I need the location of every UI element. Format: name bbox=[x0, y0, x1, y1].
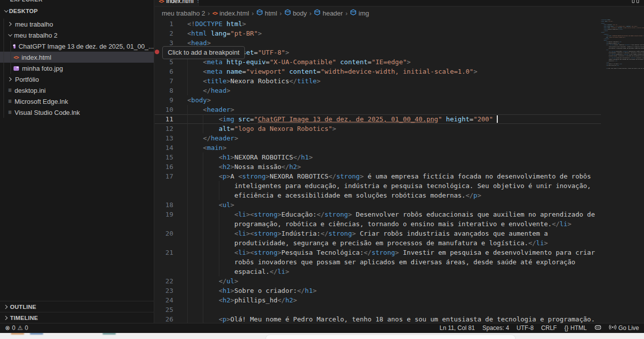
problems-indicator[interactable]: ⊗ 0 ⚠ 0 bbox=[5, 324, 28, 331]
line-number[interactable]: 9 bbox=[155, 95, 187, 105]
line-number[interactable]: 10 bbox=[155, 105, 187, 114]
code-line[interactable]: </head> bbox=[187, 86, 230, 95]
code-line[interactable]: <html lang="pt-BR"> bbox=[187, 29, 262, 38]
line-number[interactable]: 20 bbox=[155, 229, 187, 238]
tree-item-index-html[interactable]: <>index.html bbox=[0, 52, 154, 63]
code-line[interactable]: <ul> bbox=[187, 200, 234, 210]
code-line[interactable]: <li><strong>Indústria:</strong> Criar ro… bbox=[187, 229, 548, 238]
status-crlf[interactable]: CRLF bbox=[541, 324, 557, 331]
status-spaces-4[interactable]: Spaces: 4 bbox=[482, 324, 509, 331]
breadcrumb-item-img[interactable]: img bbox=[350, 9, 369, 17]
indent-guide bbox=[219, 191, 219, 200]
indent-guide bbox=[203, 191, 203, 200]
indent-guide bbox=[187, 305, 188, 314]
tree-item-meu-trabalho-2[interactable]: meu trabalho 2 bbox=[0, 30, 154, 41]
line-number[interactable]: 16 bbox=[155, 162, 187, 172]
line-number[interactable]: 21 bbox=[155, 248, 187, 257]
line-number[interactable]: 22 bbox=[155, 276, 187, 286]
tree-item-desktop-ini[interactable]: ≡desktop.ini bbox=[0, 85, 154, 96]
line-number[interactable]: 18 bbox=[155, 200, 187, 210]
code-line[interactable]: <li><strong>Pesquisa Tecnológica:</stron… bbox=[187, 248, 595, 257]
tree-item-label: meu trabalho 2 bbox=[14, 32, 58, 39]
line-number[interactable]: 15 bbox=[155, 152, 187, 162]
breadcrumb-item-html[interactable]: html bbox=[256, 9, 277, 17]
indent-guide bbox=[219, 248, 219, 257]
code-line[interactable]: <h2>phillips_hd</h2> bbox=[187, 295, 297, 305]
line-number[interactable]: 8 bbox=[155, 86, 187, 95]
line-number[interactable]: 23 bbox=[155, 286, 187, 295]
line-number[interactable]: 13 bbox=[155, 133, 187, 143]
tree-item-chatgpt-image-13-de-dez-de-2025-01-00-[interactable]: ChatGPT Image 13 de dez. de 2025, 01_00_… bbox=[0, 41, 154, 52]
tree-item-microsoft-edge-lnk[interactable]: ≡Microsoft Edge.lnk bbox=[0, 96, 154, 107]
line-number[interactable] bbox=[155, 191, 187, 200]
tree-item-minha-foto-jpg[interactable]: minha foto.jpg bbox=[0, 63, 154, 74]
line-number[interactable]: 1 bbox=[155, 19, 187, 29]
code-line[interactable]: <li><strong>Educação:</strong> Desenvolv… bbox=[187, 210, 595, 219]
line-number[interactable]: 19 bbox=[155, 210, 187, 219]
code-line[interactable]: <header> bbox=[187, 105, 234, 114]
breadcrumb-item-header[interactable]: header bbox=[314, 9, 343, 17]
code-line[interactable]: <title>Nexora Robotics</title> bbox=[187, 76, 320, 86]
code-line[interactable]: <h1>Sobre o criador:</h1> bbox=[187, 286, 316, 295]
line-number[interactable]: 2 bbox=[155, 29, 187, 38]
line-number[interactable]: 6 bbox=[155, 67, 187, 76]
code-line[interactable]: alt="logo da Nexora Robotics"> bbox=[187, 124, 336, 133]
tree-item-visual-studio-code-lnk[interactable]: ≡Visual Studio Code.lnk bbox=[0, 107, 154, 118]
line-number[interactable]: 25 bbox=[155, 305, 187, 314]
code-line[interactable]: <h1>NEXORA ROBOTICS</h1> bbox=[187, 152, 312, 162]
code-line[interactable]: eficiência e acessibilidade em soluções … bbox=[187, 191, 481, 200]
indent-guide bbox=[187, 219, 188, 229]
section-timeline[interactable]: TIMELINE bbox=[0, 312, 154, 323]
line-number[interactable] bbox=[155, 238, 187, 248]
html-file-icon: <> bbox=[159, 0, 164, 4]
code-line[interactable]: <img src="ChatGPT Image 13 de dez. de 20… bbox=[187, 114, 498, 124]
tree-item-label: minha foto.jpg bbox=[22, 65, 63, 72]
minimap[interactable]: <!DOCTYPE html><html lang="pt-BR"><head>… bbox=[601, 19, 644, 84]
line-number[interactable] bbox=[155, 181, 187, 191]
line-number[interactable]: 24 bbox=[155, 295, 187, 305]
code-area[interactable]: 1<!DOCTYPE html>2<html lang="pt-BR">3<he… bbox=[155, 19, 601, 324]
status-go-live[interactable]: Go Live bbox=[609, 324, 639, 331]
file-tree: meu trabalhomeu trabalho 2ChatGPT Image … bbox=[0, 17, 154, 118]
status-utf-8[interactable]: UTF-8 bbox=[517, 324, 534, 331]
tab-index-html[interactable]: <> index.html × bbox=[155, 0, 199, 6]
code-line[interactable]: </ul> bbox=[187, 276, 238, 286]
tree-item-meu-trabalho[interactable]: meu trabalho bbox=[0, 19, 154, 30]
line-number[interactable]: 12 bbox=[155, 124, 187, 133]
close-icon[interactable]: × bbox=[197, 0, 199, 5]
code-line[interactable]: </header> bbox=[187, 133, 238, 143]
line-number[interactable] bbox=[155, 267, 187, 276]
split-editor-icon[interactable] bbox=[632, 0, 639, 4]
code-line[interactable]: <body> bbox=[187, 95, 211, 105]
line-number[interactable] bbox=[155, 257, 187, 267]
line-number[interactable]: 17 bbox=[155, 172, 187, 181]
tree-item-label: Microsoft Edge.lnk bbox=[15, 98, 68, 105]
indent-guide bbox=[187, 133, 188, 143]
tree-item-portf-lio[interactable]: Portfólio bbox=[0, 74, 154, 85]
code-line[interactable]: <!DOCTYPE html> bbox=[187, 19, 246, 29]
code-line[interactable]: <meta name="viewport" content="width=dev… bbox=[187, 67, 477, 76]
line-number[interactable] bbox=[155, 219, 187, 229]
status-ln-11-col-81[interactable]: Ln 11, Col 81 bbox=[440, 324, 475, 331]
code-line[interactable]: robôs inovadores que possam ser aplicado… bbox=[187, 257, 575, 267]
breadcrumb-item-meu-trabalho-2[interactable]: meu trabalho 2 bbox=[162, 10, 205, 17]
section-outline[interactable]: OUTLINE bbox=[0, 301, 154, 312]
code-line[interactable]: <h2>Nossa missão</h2> bbox=[187, 162, 301, 172]
code-line[interactable]: produtividade, segurança e precisão em p… bbox=[187, 238, 548, 248]
status-copilot[interactable] bbox=[594, 324, 601, 332]
code-line[interactable]: inteligentes para educação, indústria e … bbox=[187, 181, 591, 191]
code-line[interactable]: programação, robótica e ciências, tornan… bbox=[187, 219, 571, 229]
indent-guide bbox=[203, 229, 203, 238]
breakpoint-dot[interactable] bbox=[155, 50, 159, 54]
code-line[interactable]: espacial.</li> bbox=[187, 267, 289, 276]
code-line[interactable]: <main> bbox=[187, 143, 226, 152]
explorer-root-desktop[interactable]: DESKTOP bbox=[0, 6, 154, 17]
line-number[interactable]: 11 bbox=[155, 114, 187, 124]
status-html[interactable]: {}HTML bbox=[564, 324, 587, 331]
code-line[interactable] bbox=[187, 305, 219, 314]
line-number[interactable]: 14 bbox=[155, 143, 187, 152]
breadcrumb-item-index-html[interactable]: <>index.html bbox=[212, 10, 249, 17]
code-line[interactable]: <p>A <strong>NEXORA ROBOTICS</strong> é … bbox=[187, 172, 591, 181]
line-number[interactable]: 7 bbox=[155, 76, 187, 86]
breadcrumb-item-body[interactable]: body bbox=[284, 9, 307, 17]
